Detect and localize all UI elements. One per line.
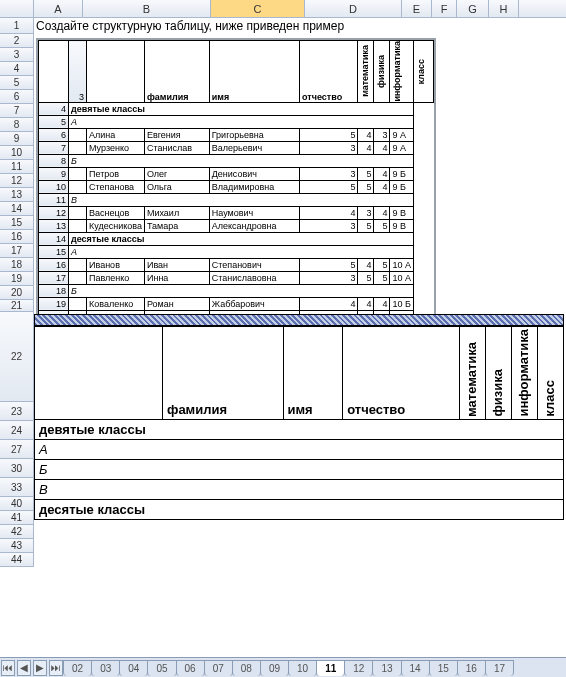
sheet-tab[interactable]: 17	[485, 660, 514, 676]
row-header[interactable]: 23	[0, 402, 34, 421]
sheet-tab[interactable]: 07	[204, 660, 233, 676]
tab-nav-prev-icon[interactable]: ◀	[17, 660, 31, 676]
example-cell: 5	[300, 258, 358, 271]
row-header[interactable]: 9	[0, 132, 34, 146]
row-header[interactable]: 30	[0, 459, 34, 478]
tab-nav-first-icon[interactable]: ⏮	[1, 660, 15, 676]
example-cell: Евгения	[144, 128, 209, 141]
example-col-header: отчество	[300, 41, 358, 103]
example-cell: 4	[358, 141, 374, 154]
example-row-number: 13	[39, 219, 69, 232]
example-cell: Кудесникова	[87, 219, 145, 232]
user-col-header[interactable]: отчество	[343, 327, 460, 420]
row-header[interactable]: 4	[0, 62, 34, 76]
tab-nav-last-icon[interactable]: ⏭	[49, 660, 63, 676]
sheet-tab[interactable]: 02	[63, 660, 92, 676]
row-header[interactable]: 13	[0, 188, 34, 202]
example-cell: Васнецов	[87, 206, 145, 219]
row-header[interactable]: 44	[0, 553, 34, 567]
example-cell: 5	[300, 128, 358, 141]
user-table-row[interactable]: В	[35, 479, 564, 499]
user-col-header-vertical[interactable]: математика	[464, 342, 479, 417]
user-col-header-vertical[interactable]: физика	[490, 369, 505, 417]
row-header[interactable]: 10	[0, 146, 34, 160]
example-section-label: десятые классы	[69, 232, 414, 245]
user-table-row[interactable]: Б	[35, 459, 564, 479]
example-cell: 9 В	[390, 219, 414, 232]
row-header[interactable]: 41	[0, 511, 34, 525]
row-header[interactable]: 2	[0, 34, 34, 48]
example-cell: 5	[374, 271, 390, 284]
row-header[interactable]: 27	[0, 440, 34, 459]
column-header[interactable]: E	[402, 0, 432, 17]
row-header[interactable]: 33	[0, 478, 34, 497]
row-header[interactable]: 22	[0, 312, 34, 402]
example-cell: Алина	[87, 128, 145, 141]
example-cell: 5	[358, 219, 374, 232]
column-header[interactable]: A	[34, 0, 83, 17]
row-header[interactable]: 40	[0, 497, 34, 511]
example-row-number: 6	[39, 128, 69, 141]
example-row-number: 3	[69, 41, 87, 103]
row-header[interactable]: 15	[0, 216, 34, 230]
tab-nav-next-icon[interactable]: ▶	[33, 660, 47, 676]
column-header[interactable]: H	[489, 0, 519, 17]
example-cell: Жаббарович	[209, 297, 299, 310]
row-header[interactable]: 5	[0, 76, 34, 90]
row-header[interactable]: 8	[0, 118, 34, 132]
sheet-tab[interactable]: 09	[260, 660, 289, 676]
row-header[interactable]: 43	[0, 539, 34, 553]
example-cell: 4	[374, 167, 390, 180]
user-table-row[interactable]: девятые классы	[35, 419, 564, 439]
example-cell: 10 А	[390, 271, 414, 284]
user-col-header-vertical[interactable]: класс	[542, 380, 557, 417]
row-header-column: 1234567891011121314151617181920212223242…	[0, 18, 34, 567]
column-header[interactable]: G	[457, 0, 489, 17]
column-header[interactable]: B	[83, 0, 211, 17]
sheet-tab[interactable]: 12	[344, 660, 373, 676]
sheet-tab[interactable]: 10	[288, 660, 317, 676]
sheet-tab[interactable]: 13	[372, 660, 401, 676]
sheet-tab[interactable]: 08	[232, 660, 261, 676]
column-header[interactable]: C	[211, 0, 305, 17]
sheet-tab[interactable]: 05	[147, 660, 176, 676]
select-all-corner[interactable]	[0, 0, 34, 17]
example-cell: 9 В	[390, 206, 414, 219]
sheet-tab[interactable]: 11	[316, 660, 345, 676]
example-row-number: 8	[39, 154, 69, 167]
example-cell: Михаил	[144, 206, 209, 219]
row-header[interactable]: 20	[0, 286, 34, 300]
row-header[interactable]: 1	[0, 18, 34, 34]
row-header[interactable]: 6	[0, 90, 34, 104]
row-header[interactable]: 17	[0, 244, 34, 258]
sheet-tab[interactable]: 06	[176, 660, 205, 676]
row-header[interactable]: 16	[0, 230, 34, 244]
example-cell: Денисович	[209, 167, 299, 180]
row-header[interactable]: 24	[0, 421, 34, 440]
row-header[interactable]: 11	[0, 160, 34, 174]
user-col-header[interactable]: имя	[283, 327, 343, 420]
row-header[interactable]: 14	[0, 202, 34, 216]
worksheet-area[interactable]: Создайте структурную таблицу, ниже приве…	[34, 18, 566, 567]
row-header[interactable]: 7	[0, 104, 34, 118]
sheet-tab[interactable]: 15	[429, 660, 458, 676]
sheet-tab[interactable]: 03	[91, 660, 120, 676]
user-col-header-vertical[interactable]: информатика	[516, 329, 531, 417]
user-table-row[interactable]: А	[35, 439, 564, 459]
row-header[interactable]: 18	[0, 258, 34, 272]
row-header[interactable]: 19	[0, 272, 34, 286]
column-header[interactable]: D	[305, 0, 402, 17]
user-table-row[interactable]: десятые классы	[35, 499, 564, 519]
column-header[interactable]: F	[432, 0, 457, 17]
row-header[interactable]: 12	[0, 174, 34, 188]
example-cell: 4	[374, 297, 390, 310]
sheet-tab[interactable]: 04	[119, 660, 148, 676]
sheet-tab[interactable]: 14	[401, 660, 430, 676]
row-header[interactable]: 21	[0, 300, 34, 312]
row-header[interactable]: 42	[0, 525, 34, 539]
user-col-header[interactable]: фамилия	[163, 327, 284, 420]
example-row-number: 10	[39, 180, 69, 193]
row-header[interactable]: 3	[0, 48, 34, 62]
example-cell: 4	[374, 206, 390, 219]
sheet-tab[interactable]: 16	[457, 660, 486, 676]
